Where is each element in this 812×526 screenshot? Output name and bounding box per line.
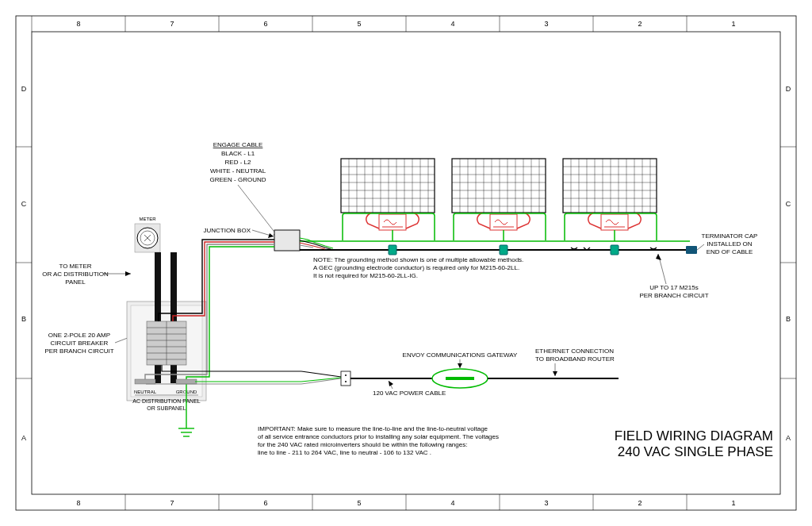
- pv-module-3: [563, 159, 657, 213]
- svg-text:6: 6: [263, 499, 267, 507]
- svg-text:UP TO 17 M215s: UP TO 17 M215s: [649, 284, 698, 291]
- svg-text:ENGAGE CABLE: ENGAGE CABLE: [213, 141, 263, 148]
- engage-cable-callout: ENGAGE CABLE BLACK - L1 RED - L2 WHITE -…: [209, 141, 266, 183]
- svg-marker-146: [125, 271, 131, 276]
- svg-text:WHITE - NEUTRAL: WHITE - NEUTRAL: [210, 167, 266, 175]
- wiring-diagram: 8 7 6 5 4 3 2 1 8 7 6 5 4 3 2 1 DD CC BB…: [0, 0, 812, 526]
- svg-text:1: 1: [731, 499, 735, 507]
- svg-text:2: 2: [638, 499, 642, 507]
- svg-text:2: 2: [638, 20, 642, 28]
- svg-text:A: A: [786, 434, 791, 442]
- svg-text:A GEC (grounding electrode con: A GEC (grounding electrode conductor) is…: [313, 264, 519, 271]
- outlet-icon: [341, 371, 350, 386]
- svg-text:C: C: [786, 200, 791, 208]
- svg-text:IMPORTANT: Make sure to measur: IMPORTANT: Make sure to measure the line…: [258, 425, 488, 432]
- svg-text:CIRCUIT BREAKER: CIRCUIT BREAKER: [51, 340, 109, 347]
- svg-rect-121: [389, 245, 396, 255]
- svg-text:for the 240 VAC rated microinv: for the 240 VAC rated microinverters sho…: [258, 441, 467, 448]
- ethernet-label: ETHERNET CONNECTION TO BROADBAND ROUTER: [535, 347, 615, 363]
- solar-array: [341, 159, 657, 213]
- svg-text:A: A: [21, 434, 26, 442]
- utility-meter: METER: [135, 217, 160, 252]
- trunk-cable: [300, 248, 690, 250]
- svg-text:PER BRANCH CIRCUIT: PER BRANCH CIRCUIT: [44, 347, 113, 355]
- svg-text:6: 6: [263, 20, 267, 28]
- junction-box-label: JUNCTION BOX: [203, 227, 251, 234]
- svg-rect-175: [341, 371, 350, 386]
- pv-module-1: [341, 159, 435, 213]
- title-block: FIELD WIRING DIAGRAM 240 VAC SINGLE PHAS…: [615, 428, 773, 459]
- svg-text:PANEL: PANEL: [65, 278, 86, 286]
- svg-text:INSTALLED ON: INSTALLED ON: [707, 240, 752, 248]
- svg-text:B: B: [21, 315, 26, 323]
- envoy-gateway: [432, 369, 488, 388]
- svg-text:GREEN - GROUND: GREEN - GROUND: [209, 176, 266, 183]
- svg-text:METER: METER: [140, 217, 157, 221]
- upto-label: UP TO 17 M215s PER BRANCH CIRCUIT: [639, 284, 708, 299]
- microinverter-3: [588, 213, 642, 230]
- svg-text:of all service entrance conduc: of all service entrance conductors prior…: [258, 433, 499, 440]
- svg-text:TO METER: TO METER: [59, 263, 91, 270]
- svg-text:PER BRANCH CIRCUIT: PER BRANCH CIRCUIT: [639, 292, 708, 299]
- ac-panel: [127, 252, 206, 401]
- terminator-cap: [686, 246, 697, 254]
- svg-rect-182: [446, 377, 474, 380]
- svg-text:AC DISTRIBUTION PANEL: AC DISTRIBUTION PANEL: [132, 398, 201, 404]
- microinverter-1: [366, 213, 419, 230]
- svg-rect-56: [274, 230, 300, 251]
- svg-rect-165: [176, 379, 197, 384]
- svg-text:8: 8: [76, 20, 80, 28]
- svg-text:7: 7: [170, 499, 174, 507]
- svg-marker-55: [268, 233, 274, 238]
- svg-text:1: 1: [731, 20, 735, 28]
- svg-text:TERMINATOR CAP: TERMINATOR CAP: [702, 232, 758, 240]
- svg-text:It is not required for M215-60: It is not required for M215-60-2LL-IG.: [313, 272, 418, 279]
- svg-line-131: [697, 244, 704, 250]
- svg-text:ETHERNET CONNECTION: ETHERNET CONNECTION: [535, 347, 614, 355]
- svg-point-176: [345, 374, 347, 376]
- svg-rect-116: [601, 214, 628, 230]
- svg-rect-124: [686, 246, 697, 254]
- svg-rect-114: [490, 214, 517, 230]
- svg-text:OR AC DISTRIBUTION: OR AC DISTRIBUTION: [42, 271, 109, 278]
- pv-module-2: [452, 159, 546, 213]
- svg-text:FIELD WIRING DIAGRAM: FIELD WIRING DIAGRAM: [615, 428, 773, 443]
- svg-marker-189: [553, 371, 557, 376]
- svg-text:B: B: [786, 315, 791, 323]
- svg-text:D: D: [21, 85, 27, 93]
- svg-text:line to line - 211 to 264 VAC,: line to line - 211 to 264 VAC, line to n…: [258, 449, 431, 456]
- svg-text:RED - L2: RED - L2: [225, 159, 251, 166]
- note-text: NOTE: The grounding method shown is one …: [313, 256, 523, 279]
- svg-point-177: [345, 381, 347, 382]
- svg-text:4: 4: [450, 20, 454, 28]
- svg-text:ONE 2-POLE 20 AMP: ONE 2-POLE 20 AMP: [48, 332, 110, 339]
- power-cable-label: 120 VAC POWER CABLE: [373, 390, 446, 397]
- svg-text:7: 7: [170, 20, 174, 28]
- svg-text:NOTE: The grounding method sho: NOTE: The grounding method shown is one …: [313, 256, 523, 263]
- svg-marker-184: [458, 363, 462, 368]
- svg-text:C: C: [21, 200, 27, 208]
- envoy-label: ENVOY COMMUNICATIONS GATEWAY: [403, 351, 519, 359]
- svg-rect-122: [500, 245, 508, 255]
- svg-text:END OF CABLE: END OF CABLE: [707, 248, 753, 255]
- terminator-label: TERMINATOR CAP INSTALLED ON END OF CABLE: [702, 232, 758, 255]
- svg-text:3: 3: [544, 499, 548, 507]
- svg-rect-112: [379, 214, 406, 230]
- microinverter-2: [477, 213, 530, 230]
- svg-marker-135: [656, 254, 661, 260]
- svg-text:240 VAC SINGLE PHASE: 240 VAC SINGLE PHASE: [618, 444, 773, 459]
- svg-text:5: 5: [357, 20, 361, 28]
- svg-text:TO BROADBAND ROUTER: TO BROADBAND ROUTER: [535, 355, 615, 363]
- to-meter-label: TO METER OR AC DISTRIBUTION PANEL: [42, 263, 109, 286]
- svg-rect-164: [135, 379, 155, 384]
- svg-rect-123: [611, 245, 619, 255]
- junction-box: [274, 230, 300, 251]
- svg-text:BLACK - L1: BLACK - L1: [221, 150, 255, 157]
- svg-text:3: 3: [544, 20, 548, 28]
- breaker-label: ONE 2-POLE 20 AMP CIRCUIT BREAKER PER BR…: [44, 332, 113, 355]
- svg-text:5: 5: [357, 499, 361, 507]
- svg-text:8: 8: [76, 499, 80, 507]
- svg-text:NEUTRAL: NEUTRAL: [134, 390, 157, 394]
- svg-text:OR SUBPANEL: OR SUBPANEL: [147, 405, 186, 411]
- important-text: IMPORTANT: Make sure to measure the line…: [258, 425, 499, 456]
